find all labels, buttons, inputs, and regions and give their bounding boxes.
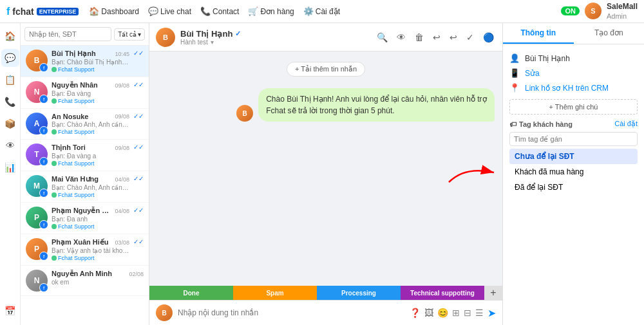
conv-name-7: Nguyễn Anh Minh bbox=[52, 270, 112, 278]
conv-item-2[interactable]: A f An Nosuke 09/08 Bạn: Chào Anh, Anh c… bbox=[21, 109, 149, 140]
read-icon-1: ✓✓ bbox=[133, 81, 144, 88]
conv-name-row-7: Nguyễn Anh Minh 02/08 bbox=[52, 270, 144, 278]
source-dot-0 bbox=[52, 67, 57, 72]
more-btn[interactable]: 🔵 bbox=[481, 30, 496, 44]
table-icon[interactable]: ⊟ bbox=[464, 308, 471, 318]
sidebar-package-btn[interactable]: 📦 bbox=[1, 115, 19, 133]
on-badge[interactable]: ON bbox=[561, 6, 580, 15]
chat-header-actions: 🔍 👁 🗑 ↩ ↩ ✓ 🔵 bbox=[375, 30, 496, 44]
reply-btn[interactable]: ↩ bbox=[448, 30, 459, 44]
conv-item-6[interactable]: P f Phạm Xuân Hiếu 03/08 Bạn: Vậy anh tạ… bbox=[21, 234, 149, 266]
nav-dashboard[interactable]: 🏠 Dashboard bbox=[89, 6, 139, 16]
message-input[interactable] bbox=[178, 308, 404, 317]
read-icon-3: ✓✓ bbox=[133, 144, 144, 151]
nav-contact[interactable]: 📞 Contact bbox=[200, 6, 239, 16]
conv-info-6: Phạm Xuân Hiếu 03/08 Bạn: Vậy anh tạo tà… bbox=[52, 238, 129, 261]
sidebar-eye-btn[interactable]: 👁 bbox=[1, 136, 19, 154]
load-more-btn[interactable]: + Tải thêm tin nhắn bbox=[287, 62, 365, 77]
chat-header: B Bùi Thị Hạnh ✓ Hành test ▾ 🔍 👁 🗑 ↩ ↩ ✓… bbox=[149, 23, 502, 51]
conv-avatar-3: T f bbox=[26, 144, 48, 165]
emoji-icon[interactable]: 😊 bbox=[437, 308, 448, 318]
location-icon: 📍 bbox=[509, 83, 520, 93]
status-processing[interactable]: Processing bbox=[317, 286, 401, 300]
search-input[interactable] bbox=[24, 27, 111, 41]
conv-avatar-7: N f bbox=[26, 270, 48, 292]
conv-preview-5: Bạn: Đa anh bbox=[52, 216, 129, 223]
sidebar-home-btn[interactable]: 🏠 bbox=[1, 27, 19, 45]
conv-item-7[interactable]: N f Nguyễn Anh Minh 02/08 ok em bbox=[21, 266, 149, 296]
status-spam[interactable]: Spam bbox=[233, 286, 317, 300]
app-logo: f bbox=[6, 6, 10, 17]
status-done[interactable]: Done bbox=[149, 286, 233, 300]
template-icon[interactable]: ⊞ bbox=[452, 308, 460, 318]
tag-search-input[interactable] bbox=[509, 132, 638, 146]
read-icon-2: ✓✓ bbox=[133, 113, 144, 120]
undo-btn[interactable]: ↩ bbox=[431, 30, 442, 44]
help-icon[interactable]: ❓ bbox=[410, 308, 421, 318]
tag-item-0[interactable]: Chưa để lại SĐT bbox=[509, 149, 638, 164]
tab-thong-tin[interactable]: Thông tin bbox=[503, 23, 574, 44]
conv-name-3: Thịnh Tori bbox=[52, 144, 86, 152]
sidebar-chart-btn[interactable]: 📊 bbox=[1, 158, 19, 176]
tag-icon: 🏷 bbox=[509, 120, 516, 128]
conv-name-row-0: Bùi Thị Hạnh 10:45 bbox=[52, 50, 129, 58]
source-label-6: Fchat Support bbox=[58, 255, 95, 261]
sub-dropdown-arrow[interactable]: ▾ bbox=[211, 39, 214, 46]
enterprise-badge: ENTERPRISE bbox=[37, 8, 79, 15]
list-icon[interactable]: ☰ bbox=[475, 308, 484, 318]
platform-badge-7: f bbox=[39, 283, 48, 292]
status-technical[interactable]: Technical suppotting bbox=[401, 286, 484, 300]
tag-item-1[interactable]: Khách đã mua hàng bbox=[509, 164, 638, 180]
tag-config-link[interactable]: Cài đặt bbox=[614, 120, 638, 128]
delete-btn[interactable]: 🗑 bbox=[413, 30, 426, 44]
sidebar-phone-btn[interactable]: 📞 bbox=[1, 93, 19, 111]
crm-link[interactable]: Link hồ sơ KH trên CRM bbox=[525, 84, 609, 93]
tab-tao-don[interactable]: Tạo đơn bbox=[574, 23, 645, 44]
conv-time-4: 04/08 bbox=[115, 176, 129, 183]
user-avatar: S bbox=[585, 3, 601, 19]
conv-item-3[interactable]: T f Thịnh Tori 09/08 Bạn: Đa vàng a Fcha… bbox=[21, 140, 149, 171]
sidebar-chat-btn[interactable]: 💬 bbox=[1, 49, 19, 67]
outgoing-message-bubble: Chào Bùi Thị Hạnh! Anh vui lòng để lại c… bbox=[258, 88, 495, 122]
sidebar-list-btn[interactable]: 📋 bbox=[1, 71, 19, 89]
sidebar-calendar-btn[interactable]: 📅 bbox=[1, 302, 19, 320]
image-icon[interactable]: 🖼 bbox=[424, 308, 433, 318]
chat-panel: B Bùi Thị Hạnh ✓ Hành test ▾ 🔍 👁 🗑 ↩ ↩ ✓… bbox=[149, 23, 502, 325]
edit-phone-link[interactable]: Sửa bbox=[525, 69, 540, 78]
filter-dropdown[interactable]: Tất cả ▾ bbox=[114, 28, 145, 41]
conv-time-0: 10:45 bbox=[115, 51, 129, 57]
platform-badge-2: f bbox=[39, 126, 48, 135]
nav-livechat[interactable]: 💬 Live chat bbox=[148, 6, 191, 16]
filter-arrow-icon: ▾ bbox=[138, 31, 141, 38]
add-status-btn[interactable]: + bbox=[484, 286, 502, 300]
conv-avatar-0: B f bbox=[26, 50, 48, 71]
conv-item-1[interactable]: N f Nguyễn Nhân 09/08 Bạn: Đa vàng Fchat… bbox=[21, 77, 149, 109]
view-btn[interactable]: 👁 bbox=[395, 30, 408, 44]
chat-input-row: B ❓ 🖼 😊 ⊞ ⊟ ☰ ➤ bbox=[149, 300, 502, 325]
conv-preview-1: Bạn: Đa vàng bbox=[52, 90, 129, 97]
nav-orders[interactable]: 🛒 Đơn hàng bbox=[248, 6, 294, 16]
conv-name-row-4: Mai Văn Hưng 04/08 bbox=[52, 175, 129, 183]
tag-item-2[interactable]: Đã để lại SĐT bbox=[509, 180, 638, 195]
search-area: Tất cả ▾ bbox=[21, 23, 149, 46]
read-icon-5: ✓✓ bbox=[133, 207, 144, 214]
nav-items: 🏠 Dashboard 💬 Live chat 📞 Contact 🛒 Đơn … bbox=[89, 6, 340, 16]
conv-item-4[interactable]: M f Mai Văn Hưng 04/08 Bạn: Chào Anh, An… bbox=[21, 171, 149, 203]
conv-name-6: Phạm Xuân Hiếu bbox=[52, 238, 109, 246]
top-right: ON S SaleMall Admin bbox=[561, 2, 638, 21]
check-btn[interactable]: ✓ bbox=[464, 30, 476, 44]
dashboard-icon: 🏠 bbox=[89, 6, 99, 16]
tag-label: 🏷 Tag khách hàng bbox=[509, 120, 573, 128]
platform-badge-4: f bbox=[39, 189, 48, 198]
add-note-btn[interactable]: + Thêm ghi chú bbox=[509, 99, 638, 115]
conv-item-5[interactable]: P f Phạm Nguyễn Quốc 04/08 Bạn: Đa anh F… bbox=[21, 203, 149, 234]
conv-info-0: Bùi Thị Hạnh 10:45 Bạn: Chào Bùi Thị Hạn… bbox=[52, 50, 129, 73]
right-panel-tabs: Thông tin Tạo đơn bbox=[503, 23, 644, 44]
conv-item-0[interactable]: B f Bùi Thị Hạnh 10:45 Bạn: Chào Bùi Thị… bbox=[21, 46, 149, 77]
send-btn[interactable]: ➤ bbox=[488, 307, 496, 319]
search-chat-btn[interactable]: 🔍 bbox=[375, 30, 390, 44]
conv-name-5: Phạm Nguyễn Quốc bbox=[52, 207, 113, 215]
nav-settings[interactable]: ⚙️ Cài đặt bbox=[303, 6, 340, 16]
platform-badge-0: f bbox=[39, 63, 48, 72]
conv-preview-4: Bạn: Chào Anh, Anh cần hỗ trợ... bbox=[52, 184, 129, 191]
